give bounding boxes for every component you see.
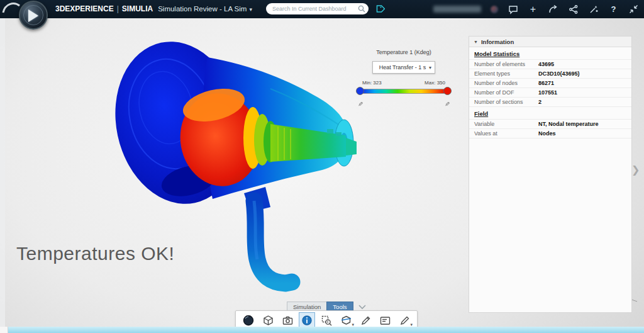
model-statistics-heading: Model Statistics [469,47,631,60]
row-label: Number of sections [474,99,538,105]
row-value: 107551 [538,89,626,96]
row-label: Values at [474,130,538,137]
row-label: Number of nodes [474,80,538,86]
viewer-annotation: Temperatures OK! [16,243,174,264]
panel-expand-chevron[interactable]: ❯ [631,164,640,176]
edit-min-icon[interactable]: ✎ [358,101,363,108]
header-actions: + ? [433,0,639,18]
dropdown-caret-icon: ▾ [429,65,431,71]
dashboard-title[interactable]: Simulation Review - LA Sim [158,5,247,13]
app-name: SIMULIA [122,4,153,13]
legend-max-handle[interactable] [443,87,452,95]
information-panel: ▼ Information Model Statistics Number of… [469,36,632,313]
row-label: Variable [474,121,538,127]
legend-minmax: Min: 323 Max: 350 [362,80,445,86]
row-value: 2 [538,99,626,105]
temperature-legend: Temperature 1 (Kdeg) Heat Transfer - 1 s… [356,49,452,96]
row-value: 86271 [538,80,626,86]
table-row: Number of elements 43695 [469,60,631,69]
help-icon[interactable]: ? [608,4,619,14]
share-icon[interactable] [568,4,579,14]
table-row: Values at Nodes [469,129,631,138]
row-label: Number of elements [474,61,538,67]
table-row: Variable NT, Nodal temperature [469,120,631,129]
search-icon[interactable] [357,4,367,14]
row-value: Nodes [538,130,626,137]
dassault-swoosh-logo [1,0,20,15]
row-label: Element types [474,71,538,77]
title-caret-icon[interactable]: ▾ [249,6,252,13]
legend-min-label: Min: 323 [362,80,382,86]
user-name-blurred[interactable] [433,6,481,13]
avatar[interactable] [491,6,498,13]
information-panel-header[interactable]: ▼ Information [469,37,631,47]
row-value: NT, Nodal temperature [538,121,626,127]
legend-bar-row: ✎ ✎ [356,87,452,96]
compass-needle-icon [28,9,38,22]
bottom-edge-bar [0,327,644,333]
top-bar: 3DEXPERIENCE|SIMULIASimulation Review - … [0,0,644,18]
brand-name: 3DEXPERIENCE [55,4,114,13]
tabs-collapse-chevron-icon[interactable] [358,304,367,310]
add-icon[interactable]: + [528,4,538,14]
search-box[interactable] [266,3,369,14]
legend-max-label: Max: 350 [425,80,445,86]
3dexperience-compass-logo[interactable] [19,1,48,30]
assistant-wand-icon[interactable] [588,4,599,14]
tag-icon[interactable] [373,3,386,15]
app-title-block: 3DEXPERIENCE|SIMULIASimulation Review - … [55,4,252,13]
legend-title: Temperature 1 (Kdeg) [356,49,452,55]
export-arrow-icon[interactable] [548,4,558,14]
chat-icon[interactable] [508,4,518,14]
table-row: Element types DC3D10(43695) [469,69,631,79]
table-row: Number of nodes 86271 [469,79,631,88]
row-label: Number of DOF [474,89,538,96]
field-heading: Field [469,107,631,120]
table-row: Number of sections 2 [469,98,631,107]
bottom-left-corner [0,327,8,333]
legend-min-handle[interactable] [356,87,364,95]
row-value: DC3D10(43695) [538,71,626,77]
table-row: Number of DOF 107551 [469,88,631,98]
collapse-window-icon[interactable] [628,4,639,14]
brand-divider: | [117,4,119,13]
row-value: 43695 [538,61,626,67]
color-scale-bar [362,89,445,94]
search-input[interactable] [266,6,357,12]
load-case-label: Heat Transfer - 1 s [376,64,429,71]
edit-max-icon[interactable]: ✎ [445,101,450,108]
load-case-dropdown[interactable]: Heat Transfer - 1 s ▾ [372,61,435,74]
collapse-triangle-icon: ▼ [474,40,478,44]
information-panel-title: Information [481,38,514,45]
